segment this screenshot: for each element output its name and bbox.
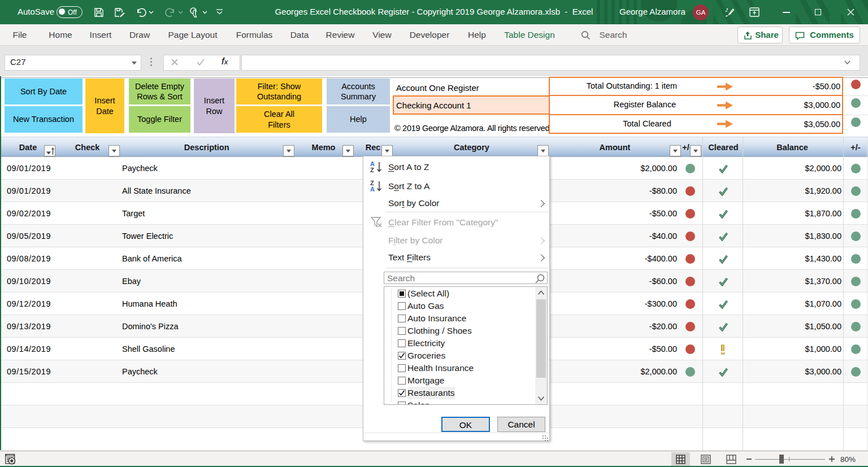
svg-text:A: A (370, 186, 375, 193)
svg-text:Z: Z (370, 167, 374, 173)
